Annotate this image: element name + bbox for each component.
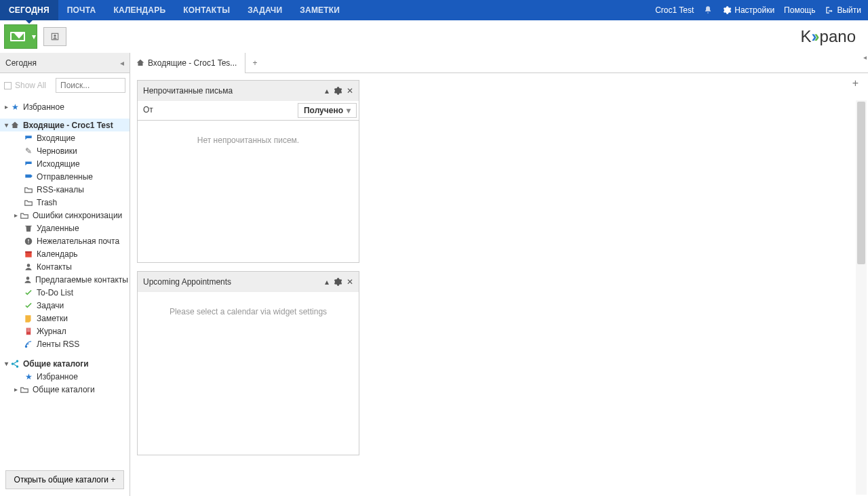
content-scrollbar[interactable] (856, 100, 867, 495)
tree-item[interactable]: Ленты RSS (0, 337, 130, 350)
bell-icon[interactable] (703, 5, 713, 15)
svg-point-5 (27, 264, 31, 267)
sidebar-header: Сегодня ◂ (0, 53, 130, 73)
svg-point-9 (12, 363, 14, 365)
mail-icon (10, 32, 25, 41)
tree-item[interactable]: Нежелательная почта (0, 234, 130, 247)
tree-item[interactable]: Календарь (0, 247, 130, 260)
sidebar-collapse-arrow[interactable]: ◂ (120, 58, 124, 68)
tree-item[interactable]: To-Do List (0, 286, 130, 299)
widget-title: Upcoming Appointments (143, 277, 231, 287)
user-label[interactable]: Croc1 Test (655, 5, 694, 15)
tree-item[interactable]: Предлагаемые контакты (0, 273, 130, 286)
gear-icon[interactable] (333, 277, 342, 287)
tree-item[interactable]: Исходящие (0, 157, 130, 170)
toolbar: ▾ K››pano (0, 20, 868, 53)
svg-point-6 (26, 276, 30, 280)
brand-logo: K››pano (801, 27, 856, 46)
svg-point-7 (25, 346, 26, 347)
help-link[interactable]: Помощь (784, 5, 815, 15)
top-tab-calendar[interactable]: КАЛЕНДАРЬ (104, 0, 174, 20)
top-nav: СЕГОДНЯ ПОЧТА КАЛЕНДАРЬ КОНТАКТЫ ЗАДАЧИ … (0, 0, 868, 20)
close-icon[interactable]: ✕ (347, 277, 353, 287)
top-tab-notes[interactable]: ЗАМЕТКИ (291, 0, 349, 20)
new-mail-button[interactable]: ▾ (4, 24, 31, 49)
open-shared-catalogs-button[interactable]: Открыть общие каталоги + (5, 470, 124, 489)
top-tab-today[interactable]: СЕГОДНЯ (0, 0, 58, 20)
top-tab-mail[interactable]: ПОЧТА (58, 0, 105, 20)
tree-item[interactable]: Задачи (0, 299, 130, 312)
tree-item[interactable]: Заметки (0, 312, 130, 325)
tree-item[interactable]: Trash (0, 196, 130, 209)
tree-item[interactable]: Удаленные (0, 222, 130, 234)
tree-item[interactable]: RSS-каналы (0, 183, 130, 196)
close-icon[interactable]: ✕ (347, 86, 353, 96)
upcoming-appointments-widget: Upcoming Appointments ▴ ✕ Please select … (137, 271, 359, 455)
unread-mail-widget: Непрочитанные письма ▴ ✕ От Получено▾ Не… (137, 80, 359, 263)
new-mail-dropdown[interactable]: ▾ (31, 24, 37, 49)
svg-rect-4 (25, 251, 31, 253)
main-tab-inbox[interactable]: Входящие - Croc1 Tes... (130, 53, 245, 73)
empty-unread-label: Нет непрочитанных писем. (138, 121, 359, 160)
tree-item[interactable]: ★Избранное (0, 370, 130, 383)
tree-item[interactable]: Контакты (0, 260, 130, 273)
svg-point-1 (54, 35, 56, 37)
folder-tree: ▸ ★ Избранное ▾ Входящие - Croc1 Test Вх… (0, 98, 130, 463)
widget-title: Непрочитанные письма (143, 86, 233, 96)
empty-appointments-label: Please select a calendar via widget sett… (138, 292, 359, 331)
tree-shared-root[interactable]: ▾ Общие каталоги (0, 357, 130, 370)
top-tab-tasks[interactable]: ЗАДАЧИ (239, 0, 291, 20)
new-tab-button[interactable]: + (245, 58, 264, 68)
addressbook-button[interactable] (43, 27, 66, 46)
collapse-right-arrow[interactable]: ◂ (863, 54, 867, 61)
tree-item[interactable]: ▸Ошибки синхронизации (0, 209, 130, 222)
search-input[interactable] (56, 81, 125, 90)
showall-checkbox[interactable]: Show All (4, 81, 46, 90)
widget-collapse-icon[interactable]: ▴ (325, 86, 329, 96)
tree-item[interactable]: Входящие (0, 131, 130, 144)
tree-item[interactable]: ▸Общие каталоги (0, 383, 130, 396)
widget-collapse-icon[interactable]: ▴ (325, 277, 329, 287)
tree-item[interactable]: Журнал (0, 325, 130, 337)
tree-item[interactable]: Отправленные (0, 170, 130, 183)
column-received[interactable]: Получено▾ (298, 103, 357, 118)
add-widget-button[interactable]: + (852, 77, 859, 89)
top-tab-contacts[interactable]: КОНТАКТЫ (174, 0, 239, 20)
tree-item[interactable]: ✎Черновики (0, 144, 130, 157)
column-from[interactable]: От (138, 101, 296, 120)
sidebar: Сегодня ◂ Show All ▸ ★ Избранное ▾ (0, 53, 130, 496)
gear-icon[interactable] (333, 86, 342, 96)
tree-inbox-root[interactable]: ▾ Входящие - Croc1 Test (0, 119, 130, 131)
logout-link[interactable]: Выйти (825, 5, 861, 15)
tree-favorites[interactable]: ▸ ★ Избранное (0, 100, 130, 113)
settings-link[interactable]: Настройки (722, 5, 774, 15)
